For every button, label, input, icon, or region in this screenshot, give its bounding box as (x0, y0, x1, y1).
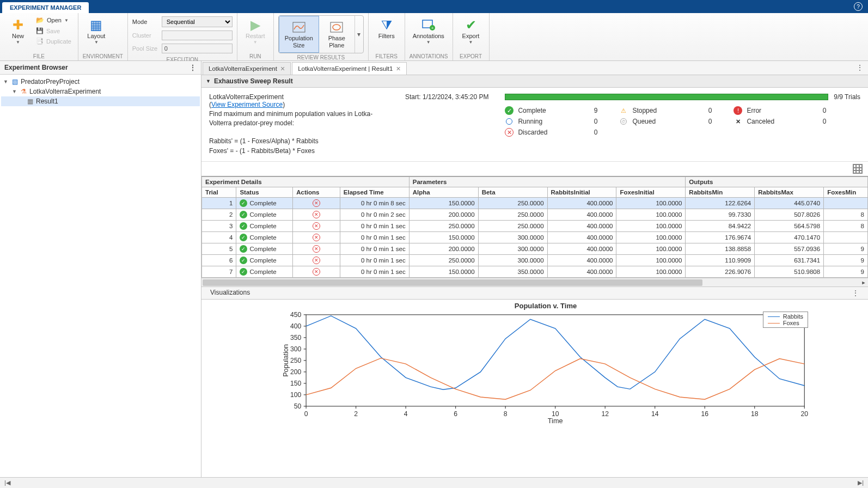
mode-select[interactable]: Sequential (162, 16, 233, 27)
progress-label: 9/9 Trials (834, 93, 860, 101)
collapse-left-icon[interactable]: |◀ (4, 479, 10, 486)
th-beta[interactable]: Beta (478, 187, 547, 198)
discard-action-icon[interactable]: ✕ (313, 234, 320, 241)
table-row[interactable]: 1✓ Complete✕0 hr 0 min 8 sec150.0000250.… (202, 198, 868, 209)
svg-text:Time: Time (548, 417, 563, 424)
layout-button[interactable]: ▦ Layout ▼ (83, 15, 110, 47)
table-row[interactable]: 6✓ Complete✕0 hr 0 min 1 sec250.0000300.… (202, 255, 868, 266)
th-actions[interactable]: Actions (293, 187, 340, 198)
export-button[interactable]: ✔ Export ▼ (457, 15, 485, 47)
viz-menu-icon[interactable]: ⋮ (852, 289, 859, 297)
tree-toggle-icon[interactable]: ▼ (12, 89, 17, 94)
title-tab[interactable]: EXPERIMENT MANAGER (2, 2, 89, 13)
close-icon[interactable]: × (280, 65, 285, 72)
discard-action-icon[interactable]: ✕ (313, 211, 320, 218)
tree-result[interactable]: ▦ Result1 (1, 96, 200, 106)
th-elapsed[interactable]: Elapsed Time (340, 187, 409, 198)
th-alpha[interactable]: Alpha (409, 187, 478, 198)
table-row[interactable]: 3✓ Complete✕0 hr 0 min 1 sec250.0000250.… (202, 221, 868, 232)
table-row[interactable]: 2✓ Complete✕0 hr 0 min 2 sec200.0000250.… (202, 209, 868, 221)
main-area: Experiment Browser ⋮ ▼ ▧ PredatorPreyPro… (0, 61, 868, 477)
chevron-down-icon: ▼ (253, 40, 258, 45)
phase-plane-button[interactable]: Phase Plane (319, 16, 354, 53)
th-rabbitsmax[interactable]: RabbitsMax (755, 187, 824, 198)
folder-icon (36, 16, 44, 24)
discard-action-icon[interactable]: ✕ (313, 222, 320, 230)
ribbon-group-run: ▶ Restart ▼ RUN (237, 13, 274, 60)
save-icon (36, 27, 44, 34)
experiment-tree: ▼ ▧ PredatorPreyProject ▼ ⚗ LotkaVolterr… (0, 75, 201, 108)
th-group-details[interactable]: Experiment Details (202, 177, 409, 187)
discard-action-icon[interactable]: ✕ (313, 245, 320, 253)
review-toggle-group: Population Size Phase Plane ▾ (278, 15, 364, 53)
svg-text:200: 200 (290, 368, 302, 376)
legend-line-rabbits (768, 316, 780, 317)
tree-toggle-icon[interactable]: ▼ (3, 79, 9, 84)
scrollbar-thumb[interactable] (203, 279, 702, 286)
check-icon: ✔ (466, 17, 476, 33)
panel-menu-icon[interactable]: ⋮ (189, 63, 197, 72)
summary-description: LotkaVolterraExperiment (View Experiment… (209, 93, 389, 156)
svg-text:250: 250 (290, 357, 302, 364)
th-group-outputs[interactable]: Outputs (686, 177, 868, 187)
th-trial[interactable]: Trial (202, 187, 236, 198)
table-controls (201, 162, 868, 176)
flask-icon: ⚗ (20, 88, 27, 95)
open-button[interactable]: Open ▼ (34, 15, 74, 25)
annotations-button[interactable]: + Annotations ▼ (409, 15, 448, 47)
th-group-params[interactable]: Parameters (409, 177, 686, 187)
table-hscrollbar[interactable]: ◄ ► (201, 278, 868, 286)
svg-text:2: 2 (354, 410, 358, 418)
results-table[interactable]: Experiment Details Parameters Outputs Tr… (201, 176, 868, 278)
table-view-icon[interactable] (853, 164, 863, 174)
poolsize-label: Pool Size (132, 45, 158, 52)
tab-experiment[interactable]: LotkaVolterraExperiment × (203, 62, 291, 75)
progress-bar (505, 94, 828, 100)
table-row[interactable]: 7✓ Complete✕0 hr 0 min 1 sec150.0000350.… (202, 266, 868, 278)
play-icon: ▶ (250, 17, 260, 33)
population-size-button[interactable]: Population Size (279, 16, 319, 53)
poolsize-input (162, 44, 233, 53)
duplicate-icon (36, 38, 44, 45)
tree-experiment[interactable]: ▼ ⚗ LotkaVolterraExperiment (1, 87, 200, 96)
th-rabbitsinit[interactable]: RabbitsInitial (547, 187, 616, 198)
collapse-right-icon[interactable]: ▶| (858, 479, 864, 486)
help-icon[interactable]: ? (854, 2, 863, 11)
discard-action-icon[interactable]: ✕ (313, 268, 320, 276)
svg-text:6: 6 (454, 410, 457, 418)
th-rabbitsmin[interactable]: RabbitsMin (686, 187, 755, 198)
table-row[interactable]: 5✓ Complete✕0 hr 0 min 1 sec200.0000300.… (202, 243, 868, 255)
th-foxesmin[interactable]: FoxesMin (824, 187, 868, 198)
close-icon[interactable]: × (396, 65, 400, 72)
review-more-button[interactable]: ▾ (354, 16, 363, 53)
th-status[interactable]: Status (236, 187, 293, 198)
layout-icon: ▦ (90, 17, 102, 33)
filters-button[interactable]: ⧩ Filters (373, 15, 400, 42)
tab-result[interactable]: LotkaVolterraExperiment | Result1 × (292, 62, 406, 75)
check-icon: ✓ (240, 222, 247, 230)
check-icon: ✓ (240, 211, 247, 218)
view-source-link[interactable]: View Experiment Source (211, 101, 283, 108)
chevron-down-icon: ▼ (64, 18, 69, 23)
th-foxesinit[interactable]: FoxesInitial (616, 187, 686, 198)
discard-action-icon[interactable]: ✕ (313, 199, 320, 207)
tabs-menu-icon[interactable]: ⋮ (856, 63, 864, 72)
scroll-right-icon[interactable]: ► (859, 278, 868, 286)
svg-text:4: 4 (404, 410, 408, 418)
table-row[interactable]: 4✓ Complete✕0 hr 0 min 1 sec150.0000300.… (202, 232, 868, 243)
chart-icon (292, 20, 305, 35)
document-tabs: LotkaVolterraExperiment × LotkaVolterraE… (201, 61, 868, 75)
visualizations-header: Visualizations ⋮ (201, 286, 868, 300)
svg-text:0: 0 (304, 410, 308, 418)
check-icon: ✓ (240, 245, 247, 253)
section-header[interactable]: ▼ Exhaustive Sweep Result (201, 75, 868, 88)
svg-text:16: 16 (701, 410, 708, 418)
check-icon: ✓ (240, 257, 247, 264)
chart-legend: Rabbits Foxes (763, 312, 808, 328)
tree-project[interactable]: ▼ ▧ PredatorPreyProject (1, 77, 200, 87)
discard-action-icon[interactable]: ✕ (313, 257, 320, 264)
new-button[interactable]: ✚ New ▼ (4, 15, 32, 47)
check-icon: ✓ (240, 199, 247, 207)
svg-text:300: 300 (290, 345, 302, 353)
status-discarded: ✕ Discarded 0 (505, 128, 597, 137)
